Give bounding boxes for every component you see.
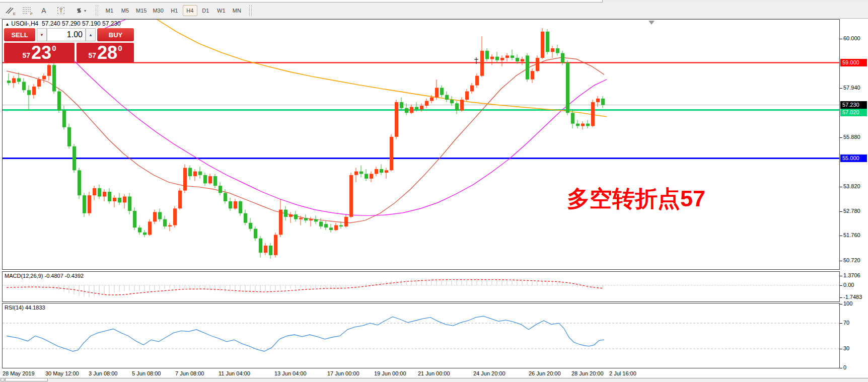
candle	[485, 48, 489, 61]
candle	[354, 168, 358, 183]
candle	[370, 172, 373, 182]
candle	[526, 53, 529, 82]
candle	[178, 188, 182, 210]
buy-button[interactable]: BUY	[97, 28, 134, 41]
text-box-tool-button[interactable]: T	[53, 5, 68, 17]
candle	[153, 210, 157, 224]
candle	[349, 173, 353, 218]
candle	[445, 92, 449, 102]
candle	[359, 166, 363, 178]
macd-indicator-panel[interactable]: MACD(12,26,9) -0.4807 -0.4392	[2, 271, 840, 302]
candle	[12, 76, 16, 88]
candle	[52, 63, 56, 94]
candle	[339, 221, 343, 228]
draw-lines-tool-button[interactable]: E	[2, 5, 17, 17]
timeframe-button-w1[interactable]: W1	[214, 5, 229, 16]
candle	[566, 60, 569, 115]
candle	[435, 80, 439, 100]
horizontal-scrollbar[interactable]	[0, 377, 868, 382]
candle	[294, 211, 298, 221]
candle	[395, 100, 398, 139]
timeframe-button-d1[interactable]: D1	[198, 5, 213, 16]
candle	[269, 243, 272, 259]
timeframe-button-m5[interactable]: M5	[118, 5, 132, 16]
chart-text-annotation: 多空转折点57	[567, 184, 705, 214]
fibonacci-tool-button[interactable]: F	[19, 5, 34, 17]
candle	[128, 193, 131, 214]
candle	[244, 210, 247, 225]
candle	[601, 96, 605, 108]
candle	[168, 223, 172, 232]
candle	[455, 101, 459, 114]
candle	[47, 64, 51, 81]
sell-button[interactable]: SELL	[4, 28, 35, 41]
buy-price-tile[interactable]: 57 28 0	[77, 43, 134, 62]
timeframe-button-mn[interactable]: MN	[230, 5, 244, 16]
timeframe-buttons: M1M5M15M30H1H4D1W1MN	[101, 5, 244, 16]
rsi-canvas	[3, 303, 839, 368]
candle	[390, 134, 393, 172]
scrollbar-thumb[interactable]	[5, 378, 48, 381]
volume-decrease-button[interactable]: ▼	[37, 28, 47, 41]
macd-label: MACD(12,26,9) -0.4807 -0.4392	[5, 273, 84, 279]
upper-toolbar-edge	[0, 0, 603, 3]
chevron-down-icon: ▾	[84, 9, 86, 13]
candle	[93, 186, 96, 200]
candle	[344, 214, 348, 227]
candle	[586, 120, 590, 129]
timeframe-button-h1[interactable]: H1	[167, 5, 182, 16]
chart-shift-marker-icon[interactable]	[648, 21, 655, 25]
candle	[576, 120, 580, 129]
chart-title: ▲ USOil-,H4 57.240 57.290 57.190 57.230	[5, 20, 121, 27]
candle	[475, 73, 479, 88]
rsi-indicator-panel[interactable]: RSI(14) 44.1833	[2, 303, 840, 368]
candle	[57, 88, 61, 113]
buy-price-big: 28	[97, 44, 117, 61]
volume-increase-button[interactable]: ▲	[86, 28, 96, 41]
candle	[329, 224, 333, 233]
candle	[73, 144, 76, 173]
arrows-tool-button[interactable]: ▾	[70, 5, 91, 17]
timeframe-button-m1[interactable]: M1	[102, 5, 117, 16]
candle	[365, 169, 368, 181]
candle	[400, 97, 403, 110]
ohlc-values: 57.240 57.290 57.190 57.230	[42, 20, 121, 27]
candle	[219, 182, 222, 195]
candle	[274, 233, 277, 258]
candle	[208, 174, 212, 184]
symbol-period-label: USOil-,H4	[11, 20, 38, 27]
candle	[304, 214, 308, 223]
candle	[385, 168, 388, 179]
collapse-triangle-icon[interactable]: ▲	[5, 22, 10, 27]
timeframe-button-h4[interactable]: H4	[183, 5, 197, 16]
volume-input[interactable]	[47, 28, 86, 41]
candle	[32, 84, 36, 99]
candle	[22, 78, 26, 93]
scrollbar-left-box[interactable]	[1, 378, 5, 381]
trading-platform-window: E F A T ▾ M1M5M15M30H1H4D1W1MN	[0, 0, 868, 382]
candle	[546, 29, 549, 54]
candle	[203, 173, 207, 186]
text-box-icon: T	[57, 7, 65, 14]
timeframe-button-m15[interactable]: M15	[133, 5, 149, 16]
timeframe-button-m30[interactable]: M30	[150, 5, 166, 16]
text-label-tool-button[interactable]: A	[36, 5, 51, 17]
candle	[480, 36, 484, 77]
sell-price-sup: 0	[52, 44, 56, 52]
candle	[239, 200, 242, 216]
macd-canvas	[3, 272, 839, 301]
candle	[375, 167, 378, 176]
candle	[198, 167, 202, 179]
candle	[133, 207, 136, 230]
candle	[505, 53, 509, 62]
candle	[108, 188, 111, 204]
candle	[495, 52, 499, 62]
scrollbar-track[interactable]	[48, 378, 868, 381]
chart-toolbar: E F A T ▾ M1M5M15M30H1H4D1W1MN	[0, 3, 868, 19]
arrows-icon	[75, 7, 83, 15]
sell-price-prefix: 57	[23, 51, 31, 59]
candle	[249, 218, 252, 231]
sell-price-tile[interactable]: 57 23 0	[4, 43, 75, 62]
candle	[309, 217, 313, 226]
candle	[380, 164, 383, 175]
